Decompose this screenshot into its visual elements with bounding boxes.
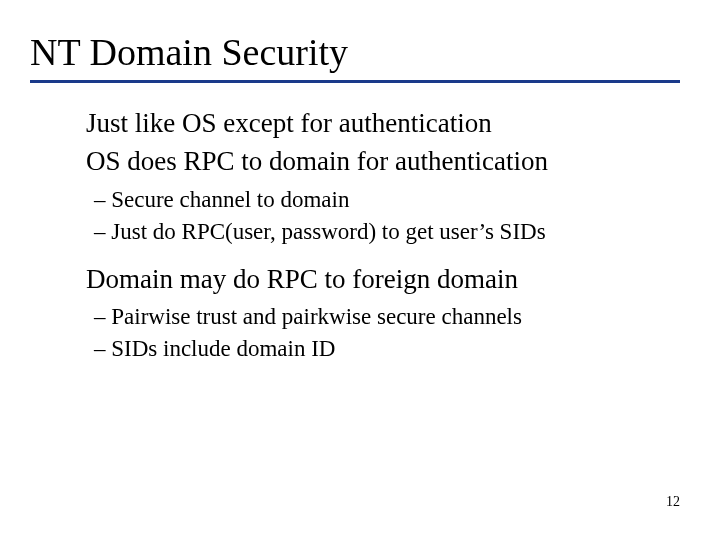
bullet-point: Just like OS except for authentication (86, 105, 680, 141)
slide-title: NT Domain Security (30, 30, 680, 83)
slide-body: Just like OS except for authentication O… (30, 105, 680, 365)
sub-bullet: Secure channel to domain (94, 184, 680, 215)
sub-bullet: Pairwise trust and pairkwise secure chan… (94, 301, 680, 332)
page-number: 12 (666, 494, 680, 510)
sub-bullets: Pairwise trust and pairkwise secure chan… (86, 301, 680, 364)
sub-bullet: Just do RPC(user, password) to get user’… (94, 216, 680, 247)
bullet-point: OS does RPC to domain for authentication (86, 143, 680, 179)
sub-bullet: SIDs include domain ID (94, 333, 680, 364)
bullet-point: Domain may do RPC to foreign domain (86, 261, 680, 297)
sub-bullets: Secure channel to domain Just do RPC(use… (86, 184, 680, 247)
